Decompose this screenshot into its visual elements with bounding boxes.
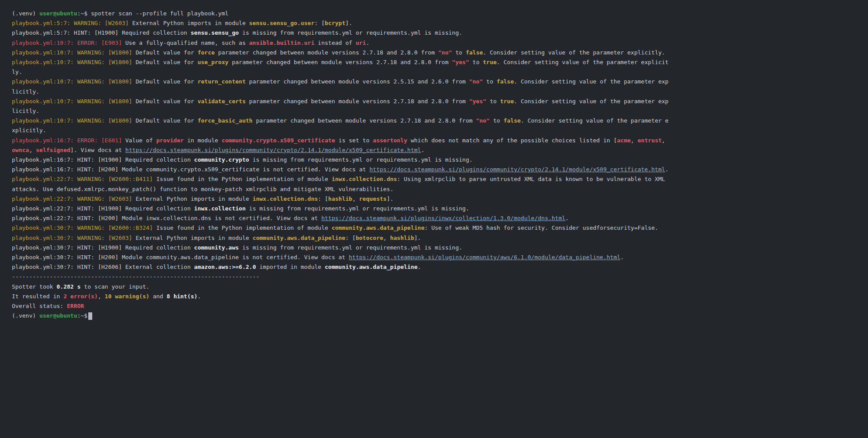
text-segment: ,	[662, 137, 665, 144]
text-segment: . Consider setting value of the paramete…	[521, 117, 669, 124]
terminal-line: xplicitly.	[12, 126, 857, 135]
text-segment: .	[418, 264, 421, 270]
terminal-line: licitly.	[12, 87, 857, 97]
text-segment: sensu.sensu_go.user	[249, 20, 315, 26]
text-segment: .	[665, 166, 669, 173]
text-segment: External Python imports in module	[132, 235, 253, 241]
text-segment: false	[466, 49, 483, 56]
doc-link[interactable]: https://docs.steampunk.si/plugins/inwx/c…	[321, 215, 565, 221]
text-segment: .	[198, 293, 201, 300]
text-segment: parameter changed between module version…	[215, 49, 438, 56]
text-segment: community.aws.data_pipeline	[332, 224, 424, 231]
doc-link[interactable]: https://docs.steampunk.si/plugins/commun…	[369, 166, 665, 173]
doc-link[interactable]: https://docs.steampunk.si/plugins/commun…	[125, 147, 421, 153]
warning-prefix: playbook.yml:5:7: WARNING: [W2603]	[12, 20, 129, 26]
text-segment: true	[483, 59, 496, 65]
terminal-line: attacks. Use defused.xmlrpc.monkey_patch…	[12, 185, 857, 194]
text-segment: use_proxy	[198, 59, 228, 65]
terminal-line: playbook.yml:22:7: HINT: [H200] Module i…	[12, 214, 857, 223]
text-segment: :~$	[77, 10, 91, 17]
text-segment: parameter changed between module version…	[246, 98, 469, 105]
terminal-line: playbook.yml:22:7: WARNING: [W2600::B411…	[12, 174, 857, 184]
terminal-line: playbook.yml:5:7: WARNING: [W2603] Exter…	[12, 18, 857, 28]
text-segment: to	[452, 49, 466, 56]
hint-prefix: playbook.yml:5:7: HINT: [H1900] Required…	[12, 29, 191, 36]
text-segment: Overall status:	[12, 303, 67, 309]
warning-prefix: playbook.yml:10:7: WARNING: [W1800]	[12, 78, 132, 85]
text-segment: which does not match any of the possible…	[407, 137, 617, 144]
text-segment: . Consider setting value of the paramete…	[514, 78, 669, 85]
prompt-user: user@ubuntu	[40, 312, 77, 319]
text-segment: attacks. Use defused.xmlrpc.monkey_patch…	[12, 186, 394, 192]
text-segment: community.aws	[194, 244, 239, 251]
overall-status: ERROR	[67, 303, 84, 309]
terminal-cursor	[88, 312, 92, 320]
text-segment: ,	[631, 137, 638, 144]
text-segment: false	[497, 78, 514, 85]
hint-count: 8 hint(s)	[166, 293, 197, 300]
text-segment: ].	[387, 195, 394, 202]
terminal-line: playbook.yml:30:7: WARNING: [W2600::B324…	[12, 223, 857, 233]
text-segment: to	[490, 117, 503, 124]
text-segment: External Python imports in module	[129, 20, 249, 26]
text-segment: is missing from requirements.yml or requ…	[249, 156, 473, 163]
text-segment: hashlib	[328, 195, 352, 202]
terminal-line: ownca, selfsigned]. View docs at https:/…	[12, 145, 857, 155]
hint-prefix: playbook.yml:30:7: HINT: [H200] Module c…	[12, 254, 349, 261]
warning-prefix: playbook.yml:10:7: WARNING: [W1800]	[12, 59, 132, 65]
text-segment: inwx.collection	[194, 205, 246, 212]
text-segment: inwx.collection.dns	[253, 195, 318, 202]
terminal-line: Spotter took 0.282 s to scan your input.	[12, 282, 857, 292]
text-segment: community.crypto.x509_certificate	[221, 137, 335, 144]
text-segment: "no"	[469, 78, 483, 85]
terminal-line: playbook.yml:16:7: ERROR: [E601] Value o…	[12, 136, 857, 145]
text-segment: : Use of weak MD5 hash for security. Con…	[424, 224, 658, 231]
text-segment: : [	[315, 20, 325, 26]
separator-line: ----------------------------------------…	[12, 273, 260, 280]
text-segment: validate_certs	[198, 98, 246, 105]
terminal-line: playbook.yml:10:7: WARNING: [W1800] Defa…	[12, 116, 857, 126]
terminal-window[interactable]: (.venv) user@ubuntu:~$ spotter scan --pr…	[0, 0, 868, 438]
terminal-line: It resulted in 2 error(s), 10 warning(s)…	[12, 292, 857, 301]
terminal-line: ----------------------------------------…	[12, 272, 857, 282]
terminal-line: playbook.yml:16:7: HINT: [H200] Module c…	[12, 165, 857, 174]
text-segment: uri	[356, 40, 366, 46]
text-segment: botocore	[356, 235, 383, 241]
hint-prefix: playbook.yml:16:7: HINT: [H1900] Require…	[12, 156, 194, 163]
text-segment: "no"	[438, 49, 452, 56]
warning-prefix: playbook.yml:10:7: WARNING: [W1800]	[12, 117, 132, 124]
warning-prefix: playbook.yml:30:7: WARNING: [W2600::B324…	[12, 224, 153, 231]
text-segment: External Python imports in module	[132, 195, 253, 202]
text-segment: Default value for	[132, 78, 198, 85]
terminal-output: (.venv) user@ubuntu:~$ spotter scan --pr…	[12, 9, 857, 321]
text-segment: instead of	[315, 40, 356, 46]
text-segment: Default value for	[132, 59, 198, 65]
text-segment: is missing from requirements.yml or requ…	[246, 205, 469, 212]
text-segment: .	[421, 147, 424, 153]
text-segment: Issue found in the Python implementation…	[153, 224, 332, 231]
text-segment: is missing from requirements.yml or requ…	[239, 29, 463, 36]
terminal-line: licitly.	[12, 106, 857, 116]
text-segment: Value of	[122, 137, 156, 144]
text-segment: Use a fully-qualified name, such as	[122, 40, 249, 46]
text-segment: ownca	[12, 147, 29, 153]
text-segment: amazon.aws:>=6.2.0	[194, 264, 256, 270]
text-segment: is missing from requirements.yml or requ…	[239, 244, 463, 251]
terminal-line: ly.	[12, 67, 857, 77]
text-segment: in module	[184, 137, 221, 144]
text-segment: entrust	[638, 137, 662, 144]
text-segment: to	[469, 59, 483, 65]
text-segment: ,	[383, 235, 390, 241]
text-segment: force	[198, 49, 215, 56]
text-segment: to	[483, 78, 496, 85]
text-segment: .	[620, 254, 624, 261]
terminal-line: (.venv) user@ubuntu:~$ spotter scan --pr…	[12, 9, 857, 18]
text-segment: ]. View docs at	[70, 147, 125, 153]
text-segment: : [	[318, 195, 328, 202]
text-segment: selfsigned	[36, 147, 70, 153]
doc-link[interactable]: https://docs.steampunk.si/plugins/commun…	[349, 254, 620, 261]
terminal-line: playbook.yml:5:7: HINT: [H1900] Required…	[12, 28, 857, 38]
text-segment: xplicitly.	[12, 127, 46, 134]
terminal-line: playbook.yml:22:7: WARNING: [W2603] Exte…	[12, 194, 857, 204]
text-segment: ansible.builtin.uri	[249, 40, 315, 46]
